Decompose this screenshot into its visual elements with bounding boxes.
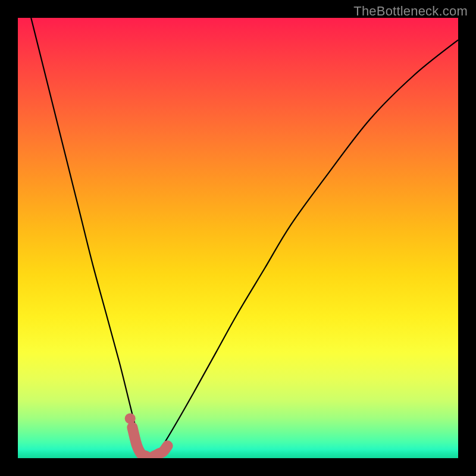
bottleneck-curve	[31, 18, 458, 458]
chart-frame: TheBottleneck.com	[0, 0, 476, 476]
optimal-band-marker	[132, 427, 167, 458]
curve-layer	[18, 18, 458, 458]
plot-area	[18, 18, 458, 458]
optimal-dot-icon	[125, 413, 136, 424]
watermark-text: TheBottleneck.com	[353, 4, 468, 19]
